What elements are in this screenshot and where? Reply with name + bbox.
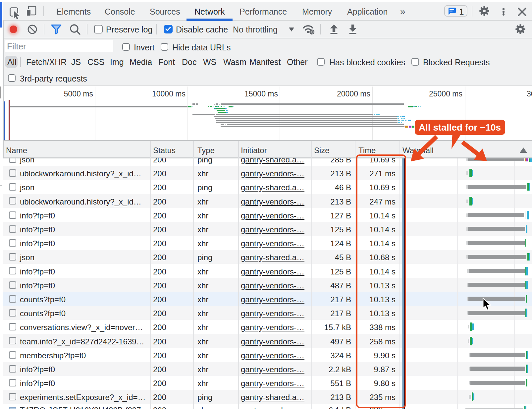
- svg-text:All stalled for ~10s: All stalled for ~10s: [419, 122, 501, 133]
